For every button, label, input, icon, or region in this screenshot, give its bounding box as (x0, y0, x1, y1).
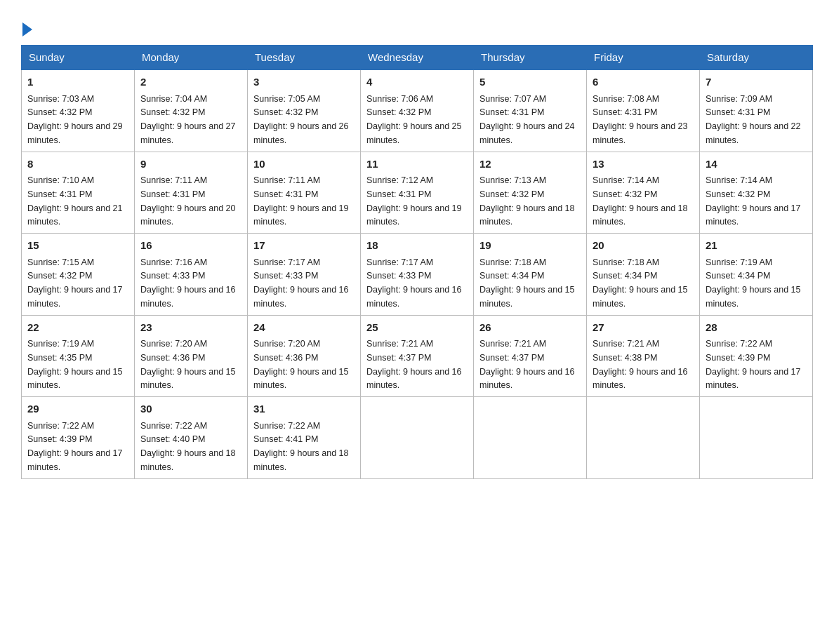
day-info: Sunrise: 7:22 AMSunset: 4:39 PMDaylight:… (706, 339, 801, 390)
calendar-cell: 12 Sunrise: 7:13 AMSunset: 4:32 PMDaylig… (474, 152, 587, 234)
day-number: 31 (253, 401, 355, 417)
calendar-cell: 13 Sunrise: 7:14 AMSunset: 4:32 PMDaylig… (587, 152, 700, 234)
calendar-cell: 17 Sunrise: 7:17 AMSunset: 4:33 PMDaylig… (248, 234, 361, 316)
logo-icon (21, 22, 32, 38)
calendar-week-2: 8 Sunrise: 7:10 AMSunset: 4:31 PMDayligh… (22, 152, 813, 234)
day-info: Sunrise: 7:18 AMSunset: 4:34 PMDaylight:… (479, 257, 575, 309)
day-number: 26 (479, 320, 581, 336)
day-number: 24 (253, 320, 355, 336)
calendar-cell: 10 Sunrise: 7:11 AMSunset: 4:31 PMDaylig… (248, 152, 361, 234)
calendar-cell: 3 Sunrise: 7:05 AMSunset: 4:32 PMDayligh… (248, 69, 361, 152)
day-number: 14 (706, 156, 807, 173)
calendar-cell: 28 Sunrise: 7:22 AMSunset: 4:39 PMDaylig… (700, 315, 813, 397)
day-info: Sunrise: 7:15 AMSunset: 4:32 PMDaylight:… (27, 257, 123, 309)
day-number: 9 (140, 156, 241, 173)
header-saturday: Saturday (700, 46, 813, 70)
day-info: Sunrise: 7:14 AMSunset: 4:32 PMDaylight:… (706, 175, 801, 227)
day-number: 8 (27, 156, 128, 173)
calendar-week-3: 15 Sunrise: 7:15 AMSunset: 4:32 PMDaylig… (22, 234, 813, 316)
day-info: Sunrise: 7:18 AMSunset: 4:34 PMDaylight:… (593, 257, 688, 309)
calendar-week-5: 29 Sunrise: 7:22 AMSunset: 4:39 PMDaylig… (22, 397, 813, 479)
calendar-cell: 2 Sunrise: 7:04 AMSunset: 4:32 PMDayligh… (135, 69, 248, 152)
day-number: 20 (593, 238, 694, 254)
day-info: Sunrise: 7:22 AMSunset: 4:40 PMDaylight:… (140, 421, 236, 472)
day-number: 2 (140, 74, 241, 90)
calendar-cell: 29 Sunrise: 7:22 AMSunset: 4:39 PMDaylig… (22, 397, 135, 479)
calendar-cell: 6 Sunrise: 7:08 AMSunset: 4:31 PMDayligh… (587, 69, 700, 152)
day-number: 5 (479, 74, 581, 90)
day-info: Sunrise: 7:07 AMSunset: 4:31 PMDaylight:… (479, 94, 575, 145)
day-info: Sunrise: 7:12 AMSunset: 4:31 PMDaylight:… (366, 175, 462, 227)
day-info: Sunrise: 7:21 AMSunset: 4:38 PMDaylight:… (593, 339, 688, 390)
calendar-cell: 19 Sunrise: 7:18 AMSunset: 4:34 PMDaylig… (474, 234, 587, 316)
calendar-cell (474, 397, 587, 479)
day-number: 7 (706, 74, 807, 90)
day-number: 4 (366, 74, 468, 90)
calendar-cell: 16 Sunrise: 7:16 AMSunset: 4:33 PMDaylig… (135, 234, 248, 316)
day-number: 18 (366, 238, 468, 254)
day-info: Sunrise: 7:17 AMSunset: 4:33 PMDaylight:… (253, 257, 349, 309)
logo (21, 21, 32, 38)
header-sunday: Sunday (22, 46, 135, 70)
calendar-cell: 23 Sunrise: 7:20 AMSunset: 4:36 PMDaylig… (135, 315, 248, 397)
day-number: 3 (253, 74, 355, 90)
day-info: Sunrise: 7:21 AMSunset: 4:37 PMDaylight:… (366, 339, 462, 390)
day-info: Sunrise: 7:11 AMSunset: 4:31 PMDaylight:… (253, 175, 349, 227)
day-info: Sunrise: 7:22 AMSunset: 4:41 PMDaylight:… (253, 421, 349, 472)
day-number: 13 (593, 156, 694, 173)
calendar-cell: 8 Sunrise: 7:10 AMSunset: 4:31 PMDayligh… (22, 152, 135, 234)
calendar-cell (700, 397, 813, 479)
day-info: Sunrise: 7:21 AMSunset: 4:37 PMDaylight:… (479, 339, 575, 390)
calendar-cell: 22 Sunrise: 7:19 AMSunset: 4:35 PMDaylig… (22, 315, 135, 397)
day-number: 12 (479, 156, 581, 173)
day-number: 10 (253, 156, 355, 173)
calendar-week-1: 1 Sunrise: 7:03 AMSunset: 4:32 PMDayligh… (22, 69, 813, 152)
day-info: Sunrise: 7:10 AMSunset: 4:31 PMDaylight:… (27, 175, 123, 227)
day-number: 15 (27, 238, 128, 254)
logo-arrow-icon (22, 22, 32, 36)
day-info: Sunrise: 7:20 AMSunset: 4:36 PMDaylight:… (253, 339, 349, 390)
day-info: Sunrise: 7:11 AMSunset: 4:31 PMDaylight:… (140, 175, 236, 227)
day-info: Sunrise: 7:08 AMSunset: 4:31 PMDaylight:… (593, 94, 688, 145)
day-number: 30 (140, 401, 241, 417)
header-wednesday: Wednesday (361, 46, 474, 70)
day-info: Sunrise: 7:05 AMSunset: 4:32 PMDaylight:… (253, 94, 349, 145)
day-info: Sunrise: 7:19 AMSunset: 4:35 PMDaylight:… (27, 339, 123, 390)
calendar-cell: 31 Sunrise: 7:22 AMSunset: 4:41 PMDaylig… (248, 397, 361, 479)
calendar-cell: 11 Sunrise: 7:12 AMSunset: 4:31 PMDaylig… (361, 152, 474, 234)
calendar-header-row: SundayMondayTuesdayWednesdayThursdayFrid… (22, 46, 813, 70)
day-info: Sunrise: 7:04 AMSunset: 4:32 PMDaylight:… (140, 94, 236, 145)
calendar-cell: 14 Sunrise: 7:14 AMSunset: 4:32 PMDaylig… (700, 152, 813, 234)
calendar-cell: 4 Sunrise: 7:06 AMSunset: 4:32 PMDayligh… (361, 69, 474, 152)
calendar-week-4: 22 Sunrise: 7:19 AMSunset: 4:35 PMDaylig… (22, 315, 813, 397)
calendar-cell: 25 Sunrise: 7:21 AMSunset: 4:37 PMDaylig… (361, 315, 474, 397)
day-info: Sunrise: 7:03 AMSunset: 4:32 PMDaylight:… (27, 94, 123, 145)
day-number: 28 (706, 320, 807, 336)
logo-text (21, 21, 32, 38)
day-info: Sunrise: 7:06 AMSunset: 4:32 PMDaylight:… (366, 94, 462, 145)
day-number: 23 (140, 320, 241, 336)
day-number: 1 (27, 74, 128, 90)
header-friday: Friday (587, 46, 700, 70)
day-number: 6 (593, 74, 694, 90)
day-info: Sunrise: 7:19 AMSunset: 4:34 PMDaylight:… (706, 257, 801, 309)
calendar-cell: 26 Sunrise: 7:21 AMSunset: 4:37 PMDaylig… (474, 315, 587, 397)
day-number: 17 (253, 238, 355, 254)
calendar-cell: 24 Sunrise: 7:20 AMSunset: 4:36 PMDaylig… (248, 315, 361, 397)
calendar-cell: 27 Sunrise: 7:21 AMSunset: 4:38 PMDaylig… (587, 315, 700, 397)
day-info: Sunrise: 7:22 AMSunset: 4:39 PMDaylight:… (27, 421, 123, 472)
day-number: 16 (140, 238, 241, 254)
header-thursday: Thursday (474, 46, 587, 70)
day-number: 19 (479, 238, 581, 254)
day-number: 21 (706, 238, 807, 254)
calendar-cell: 5 Sunrise: 7:07 AMSunset: 4:31 PMDayligh… (474, 69, 587, 152)
day-number: 22 (27, 320, 128, 336)
calendar-cell: 7 Sunrise: 7:09 AMSunset: 4:31 PMDayligh… (700, 69, 813, 152)
page-header (21, 14, 813, 38)
calendar-cell: 30 Sunrise: 7:22 AMSunset: 4:40 PMDaylig… (135, 397, 248, 479)
day-info: Sunrise: 7:09 AMSunset: 4:31 PMDaylight:… (706, 94, 801, 145)
calendar-cell: 1 Sunrise: 7:03 AMSunset: 4:32 PMDayligh… (22, 69, 135, 152)
calendar-table: SundayMondayTuesdayWednesdayThursdayFrid… (21, 45, 813, 479)
day-info: Sunrise: 7:14 AMSunset: 4:32 PMDaylight:… (593, 175, 688, 227)
calendar-cell (587, 397, 700, 479)
